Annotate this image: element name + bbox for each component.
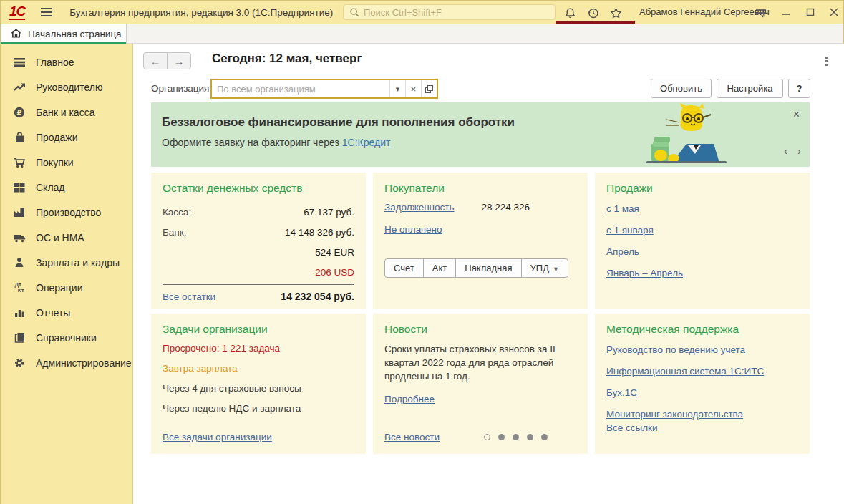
truck-icon: [13, 232, 26, 243]
all-news-link[interactable]: Все новости: [384, 432, 440, 442]
cash-row-label: Касса:: [163, 207, 191, 218]
sidebar-item-manager[interactable]: Руководителю: [1, 74, 132, 100]
carousel-dot[interactable]: [513, 434, 519, 440]
all-links-link[interactable]: Все ссылки: [606, 422, 658, 433]
global-search[interactable]: [343, 4, 556, 20]
sidebar-item-warehouse[interactable]: Склад: [1, 175, 132, 200]
sidebar-item-sales[interactable]: Продажи: [1, 125, 132, 150]
title-bar: 1С Бухгалтерия предприятия, редакция 3.0…: [1, 1, 843, 24]
news-more-link[interactable]: Подробнее: [384, 394, 435, 404]
carousel-dot[interactable]: [527, 434, 533, 440]
sidebar-item-operations[interactable]: Дт Кт Операции: [1, 275, 132, 300]
sales-since-january-link[interactable]: с 1 января: [606, 225, 654, 236]
main-menu-button[interactable]: [41, 8, 52, 16]
search-input[interactable]: [364, 7, 543, 18]
sidebar-item-label: Администрирование: [36, 357, 132, 369]
waybill-button[interactable]: Накладная: [455, 258, 521, 278]
panel-news: Новости Сроки уплаты страховых взносов з…: [373, 314, 588, 454]
promo-banner: Беззалоговое финансирование для пополнен…: [151, 102, 810, 167]
help-button[interactable]: ?: [788, 79, 810, 98]
organization-combobox[interactable]: ▾ ×: [210, 79, 438, 99]
banner-next-icon[interactable]: ›: [797, 145, 801, 157]
maximize-button[interactable]: [802, 5, 819, 19]
service-menu-icon[interactable]: [754, 6, 768, 20]
news-carousel-dots: [484, 434, 548, 440]
gear-icon: [13, 357, 26, 369]
all-balances-link[interactable]: Все остатки: [163, 291, 215, 302]
organization-label: Организация:: [151, 83, 212, 94]
open-list-icon[interactable]: [421, 80, 437, 97]
shopping-cart-icon: [13, 157, 26, 168]
warehouse-grid-icon: [13, 182, 26, 193]
its-system-link[interactable]: Информационная система 1С:ИТС: [606, 366, 764, 377]
unpaid-link[interactable]: Не оплачено: [384, 224, 442, 235]
sidebar-item-reports[interactable]: Отчеты: [1, 300, 132, 325]
accounting-guide-link[interactable]: Руководство по ведению учета: [606, 344, 745, 355]
sidebar-item-directories[interactable]: Справочники: [1, 325, 132, 350]
sidebar-item-label: Покупки: [36, 157, 74, 168]
buh1c-link[interactable]: Бух.1С: [606, 387, 637, 398]
panel-title: Новости: [384, 323, 576, 336]
debit-credit-icon: Дт Кт: [13, 282, 26, 294]
more-menu-icon[interactable]: [825, 57, 828, 66]
task-text: Через 4 дня страховые взносы: [163, 383, 354, 394]
invoice-button[interactable]: Счет: [384, 258, 424, 278]
refresh-button[interactable]: Обновить: [651, 79, 712, 98]
cash-row-label: Банк:: [163, 227, 186, 238]
panel-title: Продажи: [606, 182, 798, 195]
panel-title: Покупатели: [384, 182, 576, 195]
law-monitoring-link[interactable]: Мониторинг законодательства: [606, 409, 743, 420]
sidebar-item-label: Банк и касса: [36, 107, 94, 118]
clear-icon[interactable]: ×: [405, 80, 421, 97]
history-icon[interactable]: [586, 6, 600, 20]
act-button[interactable]: Акт: [423, 258, 456, 278]
back-button[interactable]: ←: [143, 52, 168, 69]
sidebar-item-label: Зарплата и кадры: [36, 257, 120, 268]
sidebar-item-payroll-hr[interactable]: Зарплата и кадры: [1, 250, 132, 275]
sales-since-may-link[interactable]: с 1 мая: [606, 203, 639, 214]
banner-credit-link[interactable]: 1С:Кредит: [342, 137, 391, 148]
minimize-button[interactable]: [777, 5, 795, 19]
carousel-dot-active[interactable]: [484, 434, 490, 440]
sidebar-item-bank-cash[interactable]: ₽ Банк и касса: [1, 100, 132, 125]
sidebar-item-purchases[interactable]: Покупки: [1, 150, 132, 175]
debt-link[interactable]: Задолженность: [384, 202, 455, 213]
sidebar-item-label: Склад: [36, 182, 65, 193]
sales-april-link[interactable]: Апрель: [606, 246, 639, 257]
cash-row-value-negative: -206 USD: [312, 267, 354, 278]
all-tasks-link[interactable]: Все задачи организации: [163, 432, 272, 442]
current-user[interactable]: Абрамов Геннадий Сергеевич: [639, 6, 770, 17]
star-icon[interactable]: [608, 6, 623, 20]
sidebar-item-main[interactable]: Главное: [1, 49, 132, 74]
sidebar-item-label: Продажи: [36, 132, 77, 143]
forward-button[interactable]: →: [167, 52, 191, 69]
carousel-dot[interactable]: [541, 434, 548, 440]
window-title: Бухгалтерия предприятия, редакция 3.0 (1…: [69, 7, 333, 18]
banner-prev-icon[interactable]: ‹: [784, 145, 787, 157]
sidebar-item-administration[interactable]: Администрирование: [1, 350, 132, 375]
debt-value: 28 224 326: [482, 202, 530, 213]
sidebar-item-label: Справочники: [36, 332, 97, 344]
tab-label: Начальная страница: [28, 29, 122, 39]
organization-input[interactable]: [212, 80, 389, 97]
panel-title: Задачи организации: [163, 323, 354, 336]
sidebar-item-fixed-assets[interactable]: ОС и НМА: [1, 225, 132, 250]
bell-icon[interactable]: [563, 6, 577, 20]
sidebar-item-production[interactable]: Производство: [1, 200, 132, 225]
sidebar-item-label: Операции: [36, 282, 83, 294]
sales-jan-apr-link[interactable]: Январь – Апрель: [606, 268, 683, 278]
dashboard-panels: Остатки денежных средств Касса:67 137 ру…: [151, 173, 810, 454]
sidebar-item-label: Руководителю: [36, 82, 102, 93]
settings-button[interactable]: Настройка: [717, 79, 783, 98]
banner-close-icon[interactable]: ×: [793, 108, 800, 121]
close-button[interactable]: [825, 5, 843, 19]
section-sidebar: Главное Руководителю ₽ Банк и касса Прод…: [1, 44, 133, 504]
tab-home-page[interactable]: Начальная страница: [1, 24, 127, 44]
carousel-dot[interactable]: [498, 434, 505, 440]
panel-title: Методическая поддержка: [606, 323, 798, 336]
tomorrow-task-text: Завтра зарплата: [163, 363, 354, 374]
upd-button[interactable]: УПД▼: [521, 258, 568, 278]
1c-logo: 1С: [9, 4, 25, 20]
chevron-down-icon[interactable]: ▾: [389, 80, 405, 97]
overdue-tasks-text: Просрочено: 1 221 задача: [163, 343, 354, 354]
